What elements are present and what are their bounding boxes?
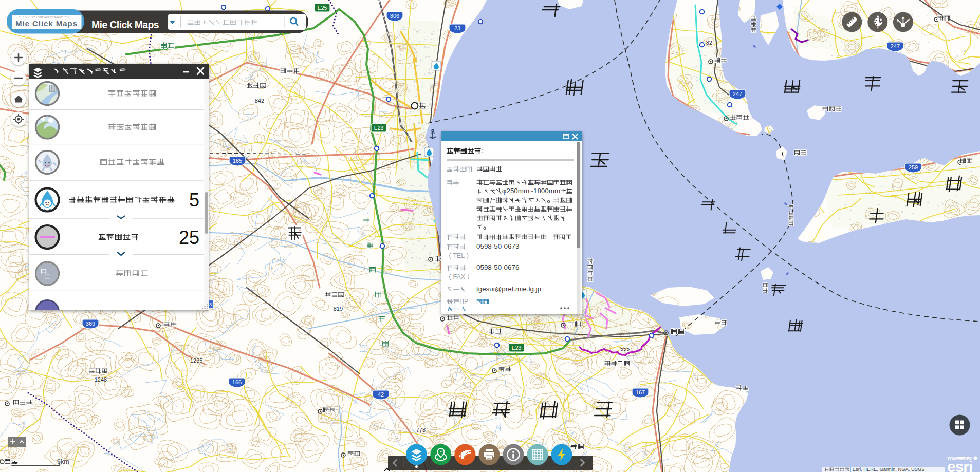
svg-text:165: 165 (233, 158, 242, 164)
svg-text:25: 25 (179, 227, 199, 248)
svg-text:PC &: PC & (19, 15, 24, 18)
svg-text:·819: ·819 (331, 306, 343, 312)
svg-text:E25: E25 (318, 5, 327, 11)
svg-text:E23: E23 (374, 125, 384, 131)
svg-text::: : (481, 146, 483, 155)
svg-text:42: 42 (378, 391, 384, 398)
svg-text:Mie Click Maps: Mie Click Maps (91, 19, 159, 30)
svg-text:| Esri, HERE, Garmin, NGA, USG: | Esri, HERE, Garmin, NGA, USGS (850, 466, 925, 472)
svg-text:TEL: TEL (453, 252, 465, 259)
svg-text:Mie Click Maps: Mie Click Maps (15, 19, 77, 28)
svg-text:·842: ·842 (253, 98, 264, 104)
svg-text:23: 23 (454, 25, 460, 31)
svg-text:E23: E23 (512, 345, 522, 351)
svg-text:·778: ·778 (414, 427, 426, 433)
svg-text:0598-50-0673: 0598-50-0673 (476, 242, 519, 250)
svg-text:167: 167 (636, 389, 645, 395)
svg-text:6km: 6km (57, 458, 69, 465)
svg-text:247: 247 (733, 91, 742, 97)
svg-text:0598-50-0676: 0598-50-0676 (476, 263, 519, 271)
svg-text:esri: esri (947, 458, 972, 472)
svg-text:·82: ·82 (704, 40, 712, 46)
svg-text:259: 259 (909, 164, 918, 171)
svg-text:5: 5 (189, 190, 199, 211)
svg-text:306: 306 (390, 13, 399, 19)
svg-text:φ250mm~1800mm: φ250mm~1800mm (502, 187, 560, 195)
svg-text:247: 247 (891, 43, 900, 49)
svg-text:166: 166 (232, 379, 242, 385)
svg-text:·555: ·555 (618, 346, 630, 352)
svg-text:HP: HP (459, 298, 468, 305)
svg-text:1235: 1235 (190, 357, 202, 364)
svg-text:369: 369 (86, 320, 95, 327)
svg-text:·1248: ·1248 (93, 376, 107, 383)
svg-text:tgesui@pref.mie.lg.jp: tgesui@pref.mie.lg.jp (476, 285, 541, 293)
svg-text:FAX: FAX (453, 273, 465, 280)
